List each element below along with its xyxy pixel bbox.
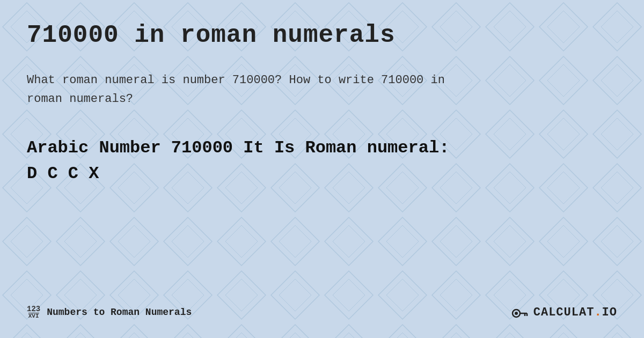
svg-point-5 [515, 312, 518, 315]
description-text: What roman numeral is number 710000? How… [27, 71, 617, 108]
result-section: Arabic Number 710000 It Is Roman numeral… [27, 135, 617, 187]
icon-bottom-roman: XVI [28, 313, 39, 319]
brand-name: CALCULAT.IO [533, 306, 617, 319]
calculat-logo-icon [510, 303, 529, 322]
result-line1: Arabic Number 710000 It Is Roman numeral… [27, 135, 617, 161]
footer: 123 XVI Numbers to Roman Numerals CALCUL… [27, 303, 617, 322]
description-line2: roman numerals? [27, 92, 133, 106]
description-line1: What roman numeral is number 710000? How… [27, 74, 445, 87]
numbers-roman-icon: 123 XVI [27, 305, 40, 319]
footer-label: Numbers to Roman Numerals [47, 307, 192, 318]
footer-left: 123 XVI Numbers to Roman Numerals [27, 305, 192, 319]
result-line2: D C C X [27, 161, 617, 187]
icon-top-number: 123 [27, 305, 40, 313]
page-title: 710000 in roman numerals [27, 21, 617, 49]
footer-right: CALCULAT.IO [510, 303, 617, 322]
